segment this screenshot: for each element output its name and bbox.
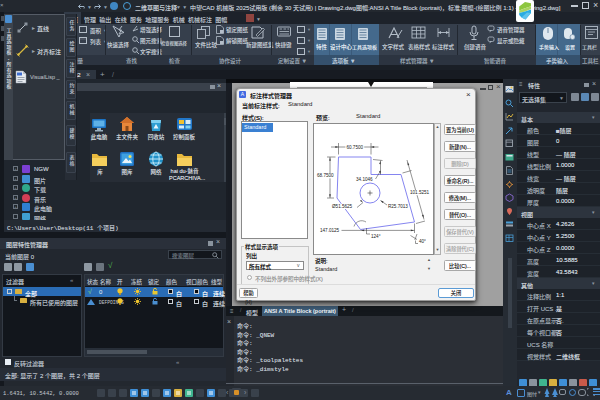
svg-text:R25.7013: R25.7013 — [388, 204, 408, 209]
svg-text:101.5251: 101.5251 — [410, 190, 430, 195]
svg-text:68.7500: 68.7500 — [317, 173, 334, 178]
svg-text:40°: 40° — [419, 239, 426, 244]
svg-text:147.0125: 147.0125 — [320, 228, 340, 233]
svg-text:34.1046: 34.1046 — [356, 177, 373, 182]
svg-text:124°: 124° — [371, 234, 381, 239]
svg-text:60.7500: 60.7500 — [346, 145, 363, 150]
svg-text:Ø51.5625: Ø51.5625 — [332, 204, 353, 209]
